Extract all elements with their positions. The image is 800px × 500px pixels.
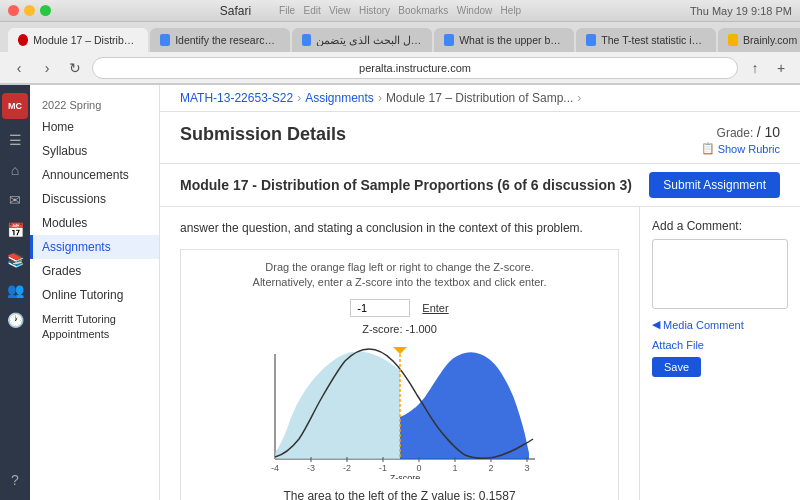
nav-sidebar: 2022 Spring Home Syllabus Announcements … — [30, 85, 160, 500]
svg-text:-2: -2 — [342, 463, 350, 473]
tab-3[interactable]: حدد سؤال البحث الذي يتضمن... — [292, 28, 432, 52]
tab-6[interactable]: Brainly.com – For studen... — [718, 28, 800, 52]
nav-discussions[interactable]: Discussions — [30, 187, 159, 211]
tab-3-label: حدد سؤال البحث الذي يتضمن... — [316, 34, 422, 46]
fullscreen-button[interactable] — [40, 5, 51, 16]
traffic-lights — [8, 5, 51, 16]
breadcrumb-sep-1: › — [297, 91, 301, 105]
semester-label: 2022 Spring — [30, 93, 159, 115]
content-subheader: Module 17 - Distribution of Sample Propo… — [160, 164, 800, 207]
show-rubric-label: Show Rubric — [718, 143, 780, 155]
toolbar-actions: ↑ + — [744, 57, 792, 79]
address-text: peralta.instructure.com — [359, 62, 471, 74]
titlebar-center: Safari File Edit View History Bookmarks … — [57, 4, 684, 18]
svg-text:Z-score: Z-score — [389, 473, 420, 479]
module-title: Module 17 - Distribution of Sample Propo… — [180, 177, 632, 193]
breadcrumb-sep-3: › — [577, 91, 581, 105]
svg-text:-4: -4 — [270, 463, 278, 473]
svg-text:0: 0 — [416, 463, 421, 473]
titlebar: Safari File Edit View History Bookmarks … — [0, 0, 800, 22]
z-score-display-label: Z-score: -1.000 — [191, 323, 608, 335]
main-content: MATH-13-22653-S22 › Assignments › Module… — [160, 85, 800, 500]
tab-favicon-5 — [586, 34, 596, 46]
tab-2[interactable]: Identify the research que... — [150, 28, 290, 52]
svg-text:1: 1 — [452, 463, 457, 473]
nav-syllabus[interactable]: Syllabus — [30, 139, 159, 163]
grade-display: Grade: / 10 — [701, 124, 780, 140]
titlebar-right: Thu May 19 9:18 PM — [690, 5, 792, 17]
media-icon: ◀ — [652, 318, 660, 331]
inbox-icon[interactable]: ✉ — [2, 187, 28, 213]
breadcrumb-bar: MATH-13-22653-S22 › Assignments › Module… — [160, 85, 800, 112]
comment-textarea[interactable] — [652, 239, 788, 309]
page-title: Submission Details — [180, 124, 346, 145]
user-avatar[interactable]: MC — [2, 93, 28, 119]
tab-6-label: Brainly.com – For studen... — [743, 34, 800, 46]
z-score-input-row: Enter — [191, 299, 608, 317]
groups-icon[interactable]: 👥 — [2, 277, 28, 303]
assignment-area: answer the question, and stating a concl… — [160, 207, 640, 500]
home-icon[interactable]: ⌂ — [2, 157, 28, 183]
save-comment-button[interactable]: Save — [652, 357, 701, 377]
address-bar[interactable]: peralta.instructure.com — [92, 57, 738, 79]
grade-section: Grade: / 10 📋 Show Rubric — [701, 124, 780, 155]
attach-file-button[interactable]: Attach File — [652, 339, 704, 351]
breadcrumb-course[interactable]: MATH-13-22653-S22 — [180, 91, 293, 105]
os-time: Thu May 19 9:18 PM — [690, 5, 792, 17]
nav-online-tutoring[interactable]: Online Tutoring — [30, 283, 159, 307]
tab-4-label: What is the upper bound... — [459, 34, 564, 46]
assignment-instruction: answer the question, and stating a concl… — [180, 219, 619, 237]
tab-2-label: Identify the research que... — [175, 34, 280, 46]
calendar-icon[interactable]: 📅 — [2, 217, 28, 243]
tab-5[interactable]: The T-test statistic is 3.3... — [576, 28, 716, 52]
minimize-button[interactable] — [24, 5, 35, 16]
add-tab-button[interactable]: + — [770, 57, 792, 79]
forward-button[interactable]: › — [36, 57, 58, 79]
browser-chrome: Module 17 – Distribution... Identify the… — [0, 22, 800, 85]
tab-active[interactable]: Module 17 – Distribution... — [8, 28, 148, 52]
grade-value: / 10 — [757, 124, 780, 140]
clock-icon[interactable]: 🕐 — [2, 307, 28, 333]
breadcrumb-section[interactable]: Assignments — [305, 91, 374, 105]
stats-text: The area to the left of the Z value is: … — [191, 487, 608, 500]
tab-4[interactable]: What is the upper bound... — [434, 28, 574, 52]
app-layout: MC ☰ ⌂ ✉ 📅 📚 👥 🕐 ? 2022 Spring Home Syll… — [0, 85, 800, 500]
distribution-chart: -4 -3 -2 -1 0 1 2 3 Z-score — [255, 339, 545, 479]
help-icon[interactable]: ? — [2, 467, 28, 493]
z-score-input[interactable] — [350, 299, 410, 317]
breadcrumb: MATH-13-22653-S22 › Assignments › Module… — [180, 91, 581, 105]
rubric-icon: 📋 — [701, 142, 715, 155]
svg-text:3: 3 — [524, 463, 529, 473]
breadcrumb-sep-2: › — [378, 91, 382, 105]
nav-announcements[interactable]: Announcements — [30, 163, 159, 187]
tab-label: Module 17 – Distribution... — [33, 34, 138, 46]
chart-instructions: Drag the orange flag left or right to ch… — [191, 260, 608, 291]
tab-favicon-4 — [444, 34, 454, 46]
nav-assignments[interactable]: Assignments — [30, 235, 159, 259]
nav-modules[interactable]: Modules — [30, 211, 159, 235]
nav-home[interactable]: Home — [30, 115, 159, 139]
reload-button[interactable]: ↻ — [64, 57, 86, 79]
share-button[interactable]: ↑ — [744, 57, 766, 79]
close-button[interactable] — [8, 5, 19, 16]
enter-button[interactable]: Enter — [422, 302, 448, 314]
submit-assignment-button[interactable]: Submit Assignment — [649, 172, 780, 198]
comment-sidebar: Add a Comment: ◀ Media Comment Attach Fi… — [640, 207, 800, 500]
courses-icon[interactable]: 📚 — [2, 247, 28, 273]
svg-text:2: 2 — [488, 463, 493, 473]
nav-merritt-tutoring[interactable]: Merritt Tutoring Appointments — [30, 307, 159, 348]
show-rubric-btn[interactable]: 📋 Show Rubric — [701, 142, 780, 155]
safari-label: Safari — [220, 4, 251, 18]
media-comment-label: Media Comment — [663, 319, 744, 331]
back-button[interactable]: ‹ — [8, 57, 30, 79]
menu-icon[interactable]: ☰ — [2, 127, 28, 153]
tab-5-label: The T-test statistic is 3.3... — [601, 34, 706, 46]
tab-bar: Module 17 – Distribution... Identify the… — [0, 22, 800, 52]
browser-toolbar: ‹ › ↻ peralta.instructure.com ↑ + — [0, 52, 800, 84]
svg-text:-3: -3 — [306, 463, 314, 473]
chart-container: Drag the orange flag left or right to ch… — [180, 249, 619, 500]
media-comment-button[interactable]: ◀ Media Comment — [652, 318, 744, 331]
nav-grades[interactable]: Grades — [30, 259, 159, 283]
breadcrumb-page: Module 17 – Distribution of Samp... — [386, 91, 573, 105]
app-menu[interactable]: File Edit View History Bookmarks Window … — [279, 5, 521, 16]
